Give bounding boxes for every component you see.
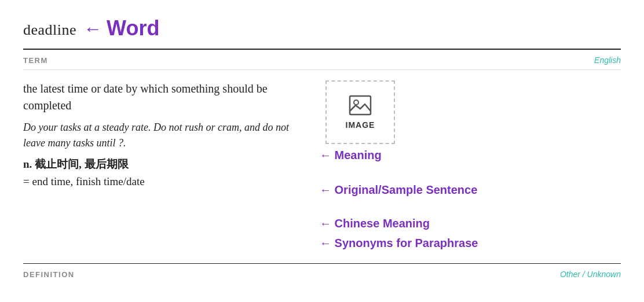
synonyms-annotation-label: ← Synonyms for Paraphrase [320, 237, 478, 250]
right-block: IMAGE ← Meaning ← Original/Sample Senten… [320, 80, 621, 253]
header-arrow: ← [83, 18, 102, 39]
annotations-block: ← Meaning ← Original/Sample Sentence ← C… [320, 149, 621, 253]
svg-point-1 [354, 100, 358, 105]
other-label: Other / Unknown [560, 270, 621, 279]
sentence-annotation: ← Original/Sample Sentence [320, 183, 477, 197]
chinese-annotation-label: ← Chinese Meaning [320, 217, 430, 230]
image-icon [349, 95, 372, 116]
content-annotations-wrapper: the latest time or date by which somethi… [23, 80, 621, 253]
meaning-annotation: ← Meaning [320, 149, 382, 162]
sample-sentence: Do your tasks at a steady rate. Do not r… [23, 120, 308, 151]
meaning-text: the latest time or date by which somethi… [23, 80, 308, 114]
header-row: deadline ← Word [23, 16, 621, 40]
chinese-meaning: n. 截止时间, 最后期限 [23, 157, 308, 172]
word-label: Word [107, 16, 159, 40]
image-label: IMAGE [346, 120, 375, 130]
image-placeholder: IMAGE [325, 80, 395, 144]
synonyms-annotation: ← Synonyms for Paraphrase [320, 237, 478, 250]
main-content: the latest time or date by which somethi… [23, 70, 621, 259]
definition-label: DEFINITION [23, 270, 75, 279]
synonyms: = end time, finish time/date [23, 175, 308, 188]
meaning-annotation-label: ← Meaning [320, 149, 382, 162]
language-label: English [594, 56, 621, 65]
word-term: deadline [23, 21, 76, 39]
svg-rect-0 [350, 96, 371, 115]
bottom-row: DEFINITION Other / Unknown [23, 263, 621, 279]
page-container: deadline ← Word TERM English the latest … [0, 0, 644, 302]
chinese-annotation: ← Chinese Meaning [320, 217, 430, 230]
text-block: the latest time or date by which somethi… [23, 80, 308, 188]
term-label: TERM [23, 56, 48, 65]
word-label-arrow: ← Word [83, 16, 159, 40]
subheader-row: TERM English [23, 50, 621, 70]
sentence-annotation-label: ← Original/Sample Sentence [320, 183, 477, 197]
